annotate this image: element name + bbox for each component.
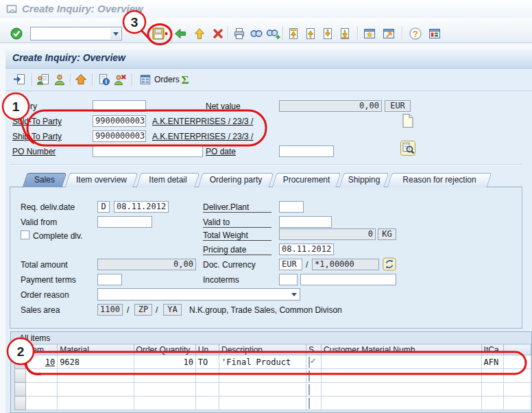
- inquiry-field[interactable]: [93, 100, 146, 112]
- fast-entry-button[interactable]: [74, 71, 88, 88]
- col-un[interactable]: Un: [195, 344, 219, 355]
- req-deliv-type-field[interactable]: D: [97, 201, 110, 213]
- sold-to-party-field[interactable]: 9900000003: [93, 115, 146, 127]
- toolbar-separator: [228, 26, 228, 40]
- ship-to-party-field[interactable]: 9900000003: [93, 130, 146, 142]
- save-button[interactable]: [152, 25, 168, 42]
- partner-reject-button[interactable]: [113, 71, 127, 88]
- last-page-button[interactable]: [337, 25, 353, 42]
- col-customer-material[interactable]: Customer Material Numb: [322, 344, 482, 355]
- row-select-button[interactable]: [15, 397, 26, 410]
- s-checkbox[interactable]: [309, 357, 310, 368]
- tab-procurement[interactable]: Procurement: [272, 173, 341, 187]
- back-button[interactable]: [172, 25, 189, 42]
- update-prices-button[interactable]: [383, 257, 396, 271]
- shortcut-icon: [382, 27, 396, 40]
- command-field[interactable]: [30, 27, 122, 40]
- col-description[interactable]: Description: [219, 344, 306, 355]
- s-checkbox[interactable]: [309, 384, 310, 395]
- screen-title: Create Inquiry: Overview: [12, 52, 125, 63]
- sum-icon: Σ: [178, 73, 192, 86]
- customize-layout-button[interactable]: [426, 25, 443, 42]
- s-checkbox[interactable]: [309, 370, 310, 381]
- order-reason-label: Order reason: [21, 290, 69, 300]
- create-shortcut-button[interactable]: [380, 25, 397, 42]
- cell-item[interactable]: 10: [25, 355, 57, 369]
- search-button[interactable]: [400, 140, 416, 156]
- find-button[interactable]: [248, 25, 265, 42]
- col-s[interactable]: S: [306, 344, 322, 355]
- tab-shipping[interactable]: Shipping: [339, 173, 389, 187]
- row-select-button[interactable]: [15, 369, 26, 383]
- chevron-down-icon: [113, 32, 119, 36]
- po-date-field[interactable]: [279, 145, 334, 157]
- cell-description[interactable]: 'Final Product: [219, 355, 306, 369]
- new-session-button[interactable]: [361, 25, 378, 42]
- s-checkbox[interactable]: [309, 398, 310, 409]
- cell-itca[interactable]: AFN: [481, 355, 503, 369]
- enter-button[interactable]: [8, 25, 25, 42]
- row-select-button[interactable]: [15, 355, 26, 369]
- page-up-button[interactable]: [302, 25, 319, 42]
- col-item[interactable]: Item: [25, 344, 57, 355]
- valid-from-field[interactable]: [97, 216, 152, 228]
- tab-ordering-party[interactable]: Ordering party: [198, 173, 274, 187]
- deliver-plant-label: Deliver.Plant: [203, 202, 271, 213]
- cell-order-quantity[interactable]: 10: [134, 355, 195, 369]
- tab-item-detail[interactable]: Item detail: [136, 173, 200, 187]
- print-button[interactable]: [231, 25, 247, 42]
- document-flow-button[interactable]: [12, 71, 26, 88]
- deliver-plant-field[interactable]: [279, 201, 304, 213]
- cell-s: [306, 355, 322, 369]
- payment-terms-label: Payment terms: [21, 275, 76, 285]
- order-reason-dropdown[interactable]: [97, 288, 300, 300]
- incoterms-detail-field[interactable]: [300, 274, 396, 285]
- valid-to-field[interactable]: [279, 216, 332, 228]
- partner-document-icon: [36, 73, 50, 86]
- tab-sales[interactable]: Sales: [23, 173, 67, 187]
- help-button[interactable]: ?: [407, 25, 424, 42]
- sales-area-label: Sales area: [21, 305, 60, 315]
- row-select-button[interactable]: [15, 383, 26, 397]
- po-number-field[interactable]: [93, 145, 203, 157]
- exit-button[interactable]: [191, 25, 208, 42]
- partner-button[interactable]: [53, 71, 66, 88]
- create-document-button[interactable]: [400, 113, 415, 129]
- first-page-button[interactable]: [285, 25, 302, 42]
- req-deliv-date-field[interactable]: 08.11.2012: [114, 201, 169, 213]
- doc-currency-field[interactable]: EUR: [279, 259, 302, 270]
- po-date-label: PO date: [206, 147, 236, 156]
- sold-to-party-name-link[interactable]: A.K.ENTERPRISES / 23/3 /: [152, 117, 253, 126]
- command-dropdown-button[interactable]: [110, 28, 121, 39]
- find-next-button[interactable]: [265, 25, 282, 42]
- incoterms-field[interactable]: [279, 274, 298, 285]
- document-info-button[interactable]: [97, 71, 110, 88]
- pricing-date-field[interactable]: 08.11.2012: [279, 244, 334, 255]
- orders-button[interactable]: Orders: [136, 72, 182, 87]
- screen-header: Create Inquiry: Overview: [5, 49, 532, 69]
- page-down-button[interactable]: [319, 25, 336, 42]
- sum-button[interactable]: Σ: [178, 71, 192, 88]
- payment-terms-field[interactable]: [97, 274, 122, 285]
- tab-item-overview[interactable]: Item overview: [65, 173, 138, 187]
- toolbar-separator: [70, 73, 71, 86]
- col-itca[interactable]: ItCa: [481, 344, 503, 355]
- select-all-header[interactable]: [15, 344, 26, 355]
- cell-material[interactable]: 9628: [58, 355, 134, 369]
- tab-reason-for-rejection[interactable]: Reason for rejection: [387, 173, 492, 187]
- help-icon: ?: [409, 27, 422, 40]
- complete-dlv-checkbox[interactable]: [21, 231, 29, 239]
- col-material[interactable]: Material: [58, 344, 134, 355]
- inquiry-label: Inquiry: [12, 102, 37, 111]
- cell-customer-material[interactable]: [322, 355, 482, 369]
- slash-separator: /: [156, 305, 158, 315]
- cell-un[interactable]: TO: [195, 355, 219, 369]
- chevron-down-icon: [291, 293, 297, 296]
- cancel-button[interactable]: [210, 25, 226, 42]
- partner-document-button[interactable]: [36, 71, 50, 88]
- save-icon: [152, 27, 168, 40]
- col-order-quantity[interactable]: Order Quantity: [134, 344, 195, 355]
- ship-to-party-name-link[interactable]: A.K.ENTERPRISES / 23/3 /: [152, 132, 253, 141]
- valid-to-label: Valid to: [203, 217, 271, 228]
- command-input[interactable]: [32, 28, 113, 40]
